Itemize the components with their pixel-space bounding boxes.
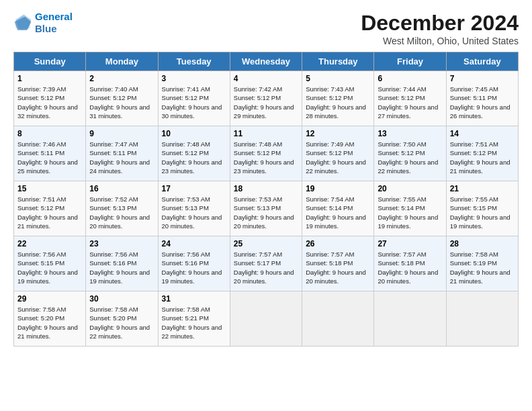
day-number: 27: [378, 239, 442, 248]
day-info: Sunrise: 7:57 AMSunset: 5:17 PMDaylight:…: [234, 250, 298, 285]
day-info: Sunrise: 7:58 AMSunset: 5:21 PMDaylight:…: [162, 305, 226, 340]
day-info: Sunrise: 7:51 AMSunset: 5:12 PMDaylight:…: [17, 195, 82, 230]
day-info: Sunrise: 7:44 AMSunset: 5:12 PMDaylight:…: [378, 85, 442, 120]
day-info: Sunrise: 7:39 AMSunset: 5:12 PMDaylight:…: [17, 85, 82, 120]
calendar-cell: 11Sunrise: 7:48 AMSunset: 5:12 PMDayligh…: [230, 126, 302, 181]
header-wednesday: Wednesday: [230, 52, 302, 71]
day-number: 2: [89, 74, 154, 83]
day-number: 23: [89, 239, 154, 248]
calendar-cell: 30Sunrise: 7:58 AMSunset: 5:20 PMDayligh…: [86, 291, 158, 347]
day-number: 15: [17, 184, 82, 193]
day-number: 19: [306, 184, 370, 193]
calendar-cell: 19Sunrise: 7:54 AMSunset: 5:14 PMDayligh…: [302, 181, 374, 236]
day-info: Sunrise: 7:56 AMSunset: 5:16 PMDaylight:…: [162, 250, 226, 285]
day-number: 3: [162, 74, 226, 83]
day-number: 12: [306, 129, 370, 138]
header-sunday: Sunday: [14, 52, 86, 71]
header-friday: Friday: [374, 52, 446, 71]
calendar-cell: 3Sunrise: 7:41 AMSunset: 5:12 PMDaylight…: [158, 71, 230, 126]
day-number: 7: [450, 74, 515, 83]
day-number: 9: [89, 129, 154, 138]
calendar-title: December 2024: [361, 11, 519, 36]
day-number: 30: [89, 294, 154, 304]
title-section: December 2024 West Milton, Ohio, United …: [361, 11, 519, 46]
day-number: 14: [450, 129, 515, 138]
calendar-cell: 1Sunrise: 7:39 AMSunset: 5:12 PMDaylight…: [14, 71, 86, 126]
day-info: Sunrise: 7:42 AMSunset: 5:12 PMDaylight:…: [234, 85, 298, 120]
week-row-5: 29Sunrise: 7:58 AMSunset: 5:20 PMDayligh…: [14, 291, 519, 347]
day-info: Sunrise: 7:57 AMSunset: 5:18 PMDaylight:…: [378, 250, 442, 285]
calendar-cell: 29Sunrise: 7:58 AMSunset: 5:20 PMDayligh…: [14, 291, 86, 347]
header-monday: Monday: [86, 52, 158, 71]
day-number: 17: [162, 184, 226, 193]
calendar-cell: 24Sunrise: 7:56 AMSunset: 5:16 PMDayligh…: [158, 236, 230, 291]
calendar-body: 1Sunrise: 7:39 AMSunset: 5:12 PMDaylight…: [14, 71, 519, 347]
day-info: Sunrise: 7:46 AMSunset: 5:11 PMDaylight:…: [17, 140, 82, 175]
calendar-cell: [446, 291, 518, 347]
calendar-cell: 17Sunrise: 7:53 AMSunset: 5:13 PMDayligh…: [158, 181, 230, 236]
day-info: Sunrise: 7:55 AMSunset: 5:14 PMDaylight:…: [378, 195, 442, 230]
day-info: Sunrise: 7:53 AMSunset: 5:13 PMDaylight:…: [162, 195, 226, 230]
day-info: Sunrise: 7:50 AMSunset: 5:12 PMDaylight:…: [378, 140, 442, 175]
day-number: 1: [17, 74, 82, 83]
calendar-cell: 7Sunrise: 7:45 AMSunset: 5:11 PMDaylight…: [446, 71, 518, 126]
day-number: 11: [234, 129, 298, 138]
header-thursday: Thursday: [302, 52, 374, 71]
day-number: 8: [17, 129, 82, 138]
day-info: Sunrise: 7:58 AMSunset: 5:19 PMDaylight:…: [450, 250, 515, 285]
calendar-subtitle: West Milton, Ohio, United States: [361, 36, 519, 46]
day-info: Sunrise: 7:51 AMSunset: 5:12 PMDaylight:…: [450, 140, 515, 175]
day-info: Sunrise: 7:47 AMSunset: 5:11 PMDaylight:…: [89, 140, 154, 175]
calendar-cell: 25Sunrise: 7:57 AMSunset: 5:17 PMDayligh…: [230, 236, 302, 291]
day-number: 22: [17, 239, 82, 248]
logo-text: General Blue: [35, 11, 73, 35]
logo-icon: [13, 13, 32, 32]
calendar-cell: 20Sunrise: 7:55 AMSunset: 5:14 PMDayligh…: [374, 181, 446, 236]
day-info: Sunrise: 7:43 AMSunset: 5:12 PMDaylight:…: [306, 85, 370, 120]
calendar-cell: 27Sunrise: 7:57 AMSunset: 5:18 PMDayligh…: [374, 236, 446, 291]
day-number: 6: [378, 74, 442, 83]
day-info: Sunrise: 7:56 AMSunset: 5:15 PMDaylight:…: [17, 250, 82, 285]
day-number: 28: [450, 239, 515, 248]
header: General Blue December 2024 West Milton, …: [13, 11, 519, 46]
calendar-header: SundayMondayTuesdayWednesdayThursdayFrid…: [14, 52, 519, 71]
day-number: 29: [17, 294, 82, 304]
calendar-cell: 10Sunrise: 7:48 AMSunset: 5:12 PMDayligh…: [158, 126, 230, 181]
day-number: 18: [234, 184, 298, 193]
week-row-1: 1Sunrise: 7:39 AMSunset: 5:12 PMDaylight…: [14, 71, 519, 126]
calendar-cell: 8Sunrise: 7:46 AMSunset: 5:11 PMDaylight…: [14, 126, 86, 181]
logo-line2: Blue: [35, 23, 73, 35]
day-number: 26: [306, 239, 370, 248]
calendar-cell: 14Sunrise: 7:51 AMSunset: 5:12 PMDayligh…: [446, 126, 518, 181]
day-info: Sunrise: 7:41 AMSunset: 5:12 PMDaylight:…: [162, 85, 226, 120]
day-number: 5: [306, 74, 370, 83]
week-row-2: 8Sunrise: 7:46 AMSunset: 5:11 PMDaylight…: [14, 126, 519, 181]
header-tuesday: Tuesday: [158, 52, 230, 71]
day-number: 25: [234, 239, 298, 248]
calendar-cell: 4Sunrise: 7:42 AMSunset: 5:12 PMDaylight…: [230, 71, 302, 126]
day-info: Sunrise: 7:49 AMSunset: 5:12 PMDaylight:…: [306, 140, 370, 175]
day-number: 20: [378, 184, 442, 193]
calendar-cell: 13Sunrise: 7:50 AMSunset: 5:12 PMDayligh…: [374, 126, 446, 181]
calendar-cell: 5Sunrise: 7:43 AMSunset: 5:12 PMDaylight…: [302, 71, 374, 126]
calendar-cell: 9Sunrise: 7:47 AMSunset: 5:11 PMDaylight…: [86, 126, 158, 181]
day-info: Sunrise: 7:58 AMSunset: 5:20 PMDaylight:…: [89, 305, 154, 340]
calendar-cell: 12Sunrise: 7:49 AMSunset: 5:12 PMDayligh…: [302, 126, 374, 181]
calendar-cell: 22Sunrise: 7:56 AMSunset: 5:15 PMDayligh…: [14, 236, 86, 291]
day-number: 4: [234, 74, 298, 83]
week-row-3: 15Sunrise: 7:51 AMSunset: 5:12 PMDayligh…: [14, 181, 519, 236]
calendar-cell: [230, 291, 302, 347]
day-number: 21: [450, 184, 515, 193]
day-info: Sunrise: 7:58 AMSunset: 5:20 PMDaylight:…: [17, 305, 82, 340]
day-number: 24: [162, 239, 226, 248]
day-number: 10: [162, 129, 226, 138]
header-saturday: Saturday: [446, 52, 518, 71]
day-info: Sunrise: 7:53 AMSunset: 5:13 PMDaylight:…: [234, 195, 298, 230]
day-info: Sunrise: 7:40 AMSunset: 5:12 PMDaylight:…: [89, 85, 154, 120]
calendar-cell: 28Sunrise: 7:58 AMSunset: 5:19 PMDayligh…: [446, 236, 518, 291]
calendar-cell: 31Sunrise: 7:58 AMSunset: 5:21 PMDayligh…: [158, 291, 230, 347]
calendar-cell: 6Sunrise: 7:44 AMSunset: 5:12 PMDaylight…: [374, 71, 446, 126]
calendar-cell: [374, 291, 446, 347]
logo: General Blue: [13, 11, 73, 35]
calendar-cell: 18Sunrise: 7:53 AMSunset: 5:13 PMDayligh…: [230, 181, 302, 236]
